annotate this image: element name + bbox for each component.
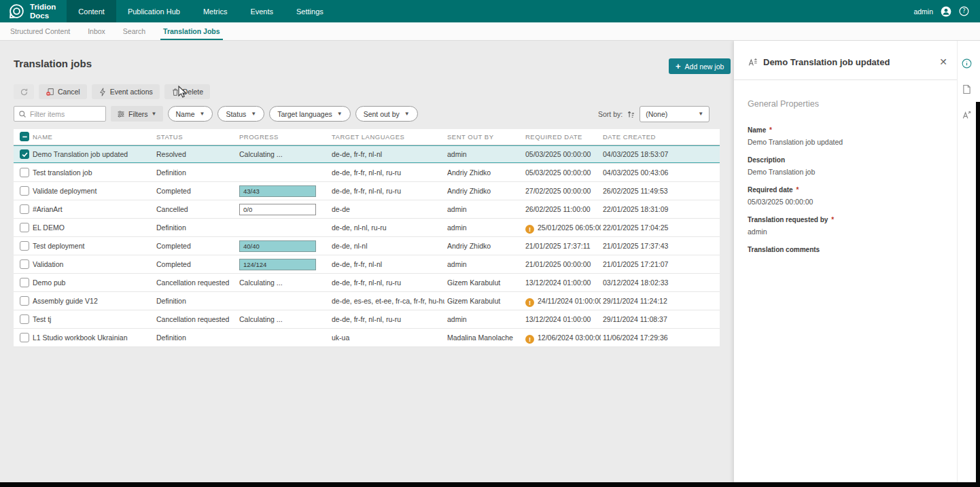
tab-search[interactable]: Search xyxy=(123,22,145,40)
cell-required-date: !12/06/2024 03:00:00 xyxy=(525,329,601,347)
cell-target-languages: de-de, es-es, et-ee, fr-ca, fr-fr, hu-hu… xyxy=(332,292,444,310)
cell-status: Cancellation requested xyxy=(156,274,237,292)
table-row[interactable]: Assembly guide V12Definitionde-de, es-es… xyxy=(14,292,720,310)
row-checkbox[interactable] xyxy=(20,333,29,342)
table-row[interactable]: Validate deploymentCompleted43/43de-de, … xyxy=(14,182,720,200)
select-all-checkbox[interactable] xyxy=(20,132,29,141)
field-value: Demo Translation job xyxy=(748,168,945,176)
svg-text:?: ? xyxy=(962,7,965,14)
refresh-button[interactable] xyxy=(14,84,34,99)
cell-required-date: 13/12/2024 01:00:00 xyxy=(525,274,601,292)
row-checkbox[interactable] xyxy=(20,296,29,306)
field-label: Translation comments xyxy=(748,246,945,253)
field-label: Translation requested by * xyxy=(748,216,945,223)
table-row[interactable]: Test translation jobDefinitionde-de, fr-… xyxy=(14,164,720,182)
document-icon[interactable] xyxy=(962,84,973,94)
cell-name: Validate deployment xyxy=(33,182,154,200)
row-checkbox[interactable] xyxy=(20,149,29,159)
cell-required-date: !24/11/2024 01:00:00 xyxy=(525,292,601,310)
table-row[interactable]: #ArianArtCancelled0/0de-deadmin26/02/202… xyxy=(14,200,720,219)
row-checkbox[interactable] xyxy=(20,278,29,287)
tridion-logo-icon xyxy=(8,3,25,20)
table-row[interactable]: Demo Translation job updatedResolvedCalc… xyxy=(14,145,720,164)
table-body: Demo Translation job updatedResolvedCalc… xyxy=(14,145,720,347)
cell-name: Validation xyxy=(33,255,154,274)
row-checkbox[interactable] xyxy=(20,259,29,269)
close-icon[interactable]: ✕ xyxy=(939,57,947,67)
screen-edge-right xyxy=(976,102,980,482)
filter-pill-label: Target languages xyxy=(277,110,332,118)
column-header-required-date[interactable]: REQUIRED DATE xyxy=(525,129,601,145)
cell-required-date: 21/01/2025 00:00:00 xyxy=(525,255,601,274)
row-checkbox[interactable] xyxy=(20,241,29,251)
column-header-status[interactable]: STATUS xyxy=(156,129,237,145)
topnav-item-events[interactable]: Events xyxy=(239,0,285,22)
cell-progress: 0/0 xyxy=(239,200,329,219)
cell-progress: Calculating ... xyxy=(239,145,329,164)
cell-progress xyxy=(239,164,329,182)
topnav-item-publication-hub[interactable]: Publication Hub xyxy=(116,0,192,22)
info-icon[interactable] xyxy=(962,58,973,69)
column-header-name[interactable]: NAME xyxy=(33,129,154,145)
table-row[interactable]: ValidationCompleted124/124de-de, fr-fr, … xyxy=(14,255,720,274)
row-checkbox[interactable] xyxy=(20,168,29,177)
cell-status: Completed xyxy=(156,255,237,274)
topnav-item-content[interactable]: Content xyxy=(67,0,116,22)
row-checkbox[interactable] xyxy=(20,223,29,232)
required-asterisk: * xyxy=(794,186,799,194)
tab-translation-jobs[interactable]: Translation Jobs xyxy=(163,22,220,40)
cell-date-created: 04/03/2025 00:43:06 xyxy=(603,164,715,182)
help-icon[interactable]: ? xyxy=(959,6,969,16)
cancel-button[interactable]: Cancel xyxy=(39,84,87,99)
filter-pill-name[interactable]: Name▼ xyxy=(168,106,213,122)
topnav-item-settings[interactable]: Settings xyxy=(285,0,335,22)
event-actions-button[interactable]: Event actions xyxy=(92,84,160,99)
column-header-sent-out-by[interactable]: SENT OUT BY xyxy=(447,129,523,145)
filter-pill-target-languages[interactable]: Target languages▼ xyxy=(269,106,350,122)
filter-pill-status[interactable]: Status▼ xyxy=(217,106,264,122)
add-new-job-button[interactable]: + Add new job xyxy=(669,58,731,74)
cell-target-languages: de-de, fr-fr, nl-nl, ru-ru xyxy=(332,310,444,329)
tab-inbox[interactable]: Inbox xyxy=(88,22,105,40)
progress-bar: 43/43 xyxy=(239,185,316,197)
column-header-target-languages[interactable]: TARGET LANGUAGES xyxy=(332,129,444,145)
sort-ascending-icon[interactable] xyxy=(627,110,635,119)
progress-bar: 0/0 xyxy=(239,204,316,215)
progress-bar: 40/40 xyxy=(239,240,316,252)
cell-name: Demo Translation job updated xyxy=(33,145,154,164)
cell-name: Demo pub xyxy=(33,274,154,292)
table-row[interactable]: L1 Studio workbook UkrainianDefinitionuk… xyxy=(14,329,720,347)
tridion-docs-logo[interactable]: TridionDocs xyxy=(0,0,67,22)
cell-progress xyxy=(239,219,329,237)
cell-sent-out-by: Andriy Zhidko xyxy=(447,164,523,182)
column-header-date-created[interactable]: DATE CREATED xyxy=(603,129,715,145)
filter-pill-sent-out-by[interactable]: Sent out by▼ xyxy=(355,106,418,122)
table-row[interactable]: EL DEMODefinitionde-de, nl-nl, ru-ruadmi… xyxy=(14,219,720,237)
table-row[interactable]: Test deploymentCompleted40/40de-de, nl-n… xyxy=(14,237,720,255)
row-checkbox[interactable] xyxy=(20,186,29,196)
row-checkbox[interactable] xyxy=(20,314,29,324)
cell-status: Definition xyxy=(156,329,237,347)
field-translation-comments: Translation comments xyxy=(748,246,945,266)
topnav-item-metrics[interactable]: Metrics xyxy=(192,0,239,22)
cell-date-created: 04/03/2025 18:53:07 xyxy=(603,145,715,164)
filters-button[interactable]: Filters ▼ xyxy=(111,106,163,122)
cell-sent-out-by: Andriy Zhidko xyxy=(447,237,523,255)
sort-select[interactable]: (None) ▼ xyxy=(640,106,710,122)
filter-search-box[interactable] xyxy=(14,106,106,122)
table-row[interactable]: Demo pubCancellation requestedCalculatin… xyxy=(14,274,720,292)
filter-items-input[interactable] xyxy=(30,110,101,118)
cell-name: #ArianArt xyxy=(33,200,154,219)
row-checkbox[interactable] xyxy=(20,204,29,214)
panel-fields: Name *Demo Translation job updatedDescri… xyxy=(748,126,945,276)
table-row[interactable]: Test tjCancellation requestedCalculating… xyxy=(14,310,720,329)
section-heading: General Properties xyxy=(748,99,819,109)
translate-icon[interactable] xyxy=(962,109,973,120)
tab-structured-content[interactable]: Structured Content xyxy=(10,22,70,40)
field-description: DescriptionDemo Translation job xyxy=(748,156,945,176)
cell-status: Completed xyxy=(156,182,237,200)
cell-status: Completed xyxy=(156,237,237,255)
column-header-progress[interactable]: PROGRESS xyxy=(239,129,329,145)
topnav-right: admin ? xyxy=(913,0,980,22)
user-avatar-icon[interactable] xyxy=(941,6,951,17)
